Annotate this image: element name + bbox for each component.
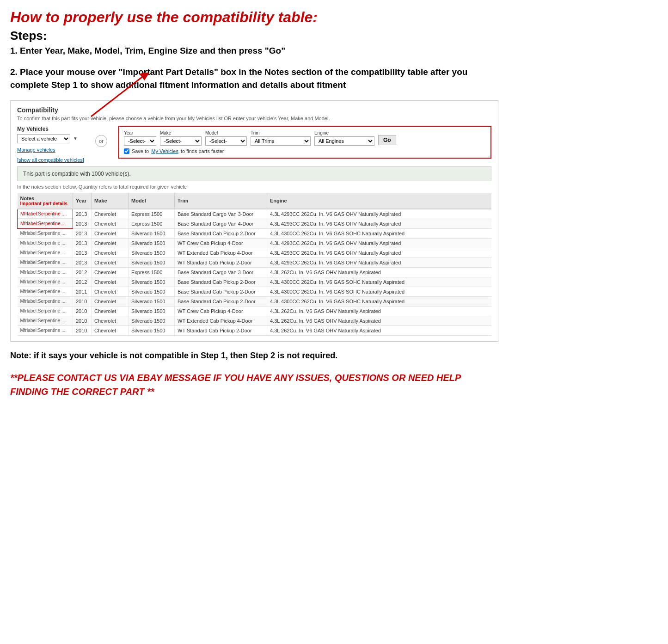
save-link[interactable]: My Vehicles: [151, 148, 178, 154]
save-text: Save to: [132, 148, 149, 154]
model-cell: Express 1500: [129, 267, 175, 277]
make-cell: Chevrolet: [92, 228, 129, 238]
manage-vehicles-link[interactable]: Manage vehicles: [17, 147, 84, 153]
vehicle-select[interactable]: Select a vehicle: [17, 134, 70, 143]
engine-cell: 4.3L 4293CC 262Cu. In. V6 GAS OHV Natura…: [267, 238, 492, 248]
col-header-model: Model: [129, 193, 175, 209]
model-cell: Silverado 1500: [129, 325, 175, 335]
col-header-year: Year: [73, 193, 92, 209]
table-row: Mfrlabel:Serpentine .... 2013 Chevrolet …: [18, 228, 492, 238]
year-select[interactable]: -Select-: [124, 136, 156, 146]
notes-cell: Mfrlabel:Serpentine ....: [18, 277, 73, 287]
engine-col: Engine All Engines: [314, 130, 374, 146]
save-checkbox[interactable]: [124, 148, 129, 154]
model-cell: Silverado 1500: [129, 228, 175, 238]
show-all-link[interactable]: [show all compatible vehicles]: [17, 157, 84, 163]
notes-cell: Mfrlabel:Serpentine ....: [18, 325, 73, 335]
vehicle-select-row: Select a vehicle ▼: [17, 134, 84, 143]
year-cell: 2013: [73, 219, 92, 228]
compat-title: Compatibility: [17, 106, 491, 114]
trim-cell: Base Standard Cargo Van 3-Door: [175, 267, 267, 277]
notes-cell: Mfrlabel:Serpentine....: [18, 219, 73, 228]
engine-cell: 4.3L 262Cu. In. V6 GAS OHV Naturally Asp…: [267, 316, 492, 325]
notes-cell: Mfrlabel:Serpentine ....: [18, 238, 73, 248]
notes-cell: Mfrlabel:Serpentine ....: [18, 316, 73, 325]
go-button[interactable]: Go: [378, 135, 396, 145]
trim-select[interactable]: All Trims: [251, 136, 311, 146]
or-label: or: [95, 135, 107, 147]
model-cell: Silverado 1500: [129, 258, 175, 267]
table-row: Mfrlabel:Serpentine .... 2013 Chevrolet …: [18, 248, 492, 258]
engine-select[interactable]: All Engines: [314, 136, 374, 146]
engine-cell: 4.3L 4293CC 262Cu. In. V6 GAS OHV Natura…: [267, 209, 492, 219]
make-col: Make -Select-: [160, 130, 202, 146]
notes-cell: Mfrlabel:Serpentine ....: [18, 306, 73, 316]
trim-col: Trim All Trims: [251, 130, 311, 146]
col-header-notes: Notes Important part details: [18, 193, 73, 209]
col-header-trim: Trim: [175, 193, 267, 209]
my-vehicles-section: My Vehicles Select a vehicle ▼ Manage ve…: [17, 126, 84, 163]
year-label: Year: [124, 130, 156, 135]
quantity-note: In the notes section below, Quantity ref…: [17, 184, 491, 190]
table-row: Mfrlabel:Serpentine .... 2010 Chevrolet …: [18, 296, 492, 306]
compat-subtitle: To confirm that this part fits your vehi…: [17, 116, 491, 121]
year-cell: 2011: [73, 287, 92, 296]
make-cell: Chevrolet: [92, 277, 129, 287]
contact-section: **PLEASE CONTACT US VIA EBAY MESSAGE IF …: [10, 371, 498, 399]
model-cell: Silverado 1500: [129, 287, 175, 296]
year-cell: 2012: [73, 277, 92, 287]
trim-cell: WT Crew Cab Pickup 4-Door: [175, 306, 267, 316]
notes-cell: Mfrlabel:Serpentine ....: [18, 228, 73, 238]
model-cell: Express 1500: [129, 209, 175, 219]
ymm-row: Year -Select- Make -Select- Model: [124, 130, 486, 146]
notes-cell: Mfrlabel:Serpentine ....: [18, 258, 73, 267]
year-cell: 2013: [73, 228, 92, 238]
engine-label: Engine: [314, 130, 374, 135]
compat-table: Notes Important part details Year Make M…: [17, 193, 491, 336]
compat-box: Compatibility To confirm that this part …: [10, 100, 498, 342]
year-cell: 2012: [73, 267, 92, 277]
year-cell: 2010: [73, 316, 92, 325]
model-cell: Silverado 1500: [129, 277, 175, 287]
step2-text: 2. Place your mouse over "Important Part…: [10, 66, 498, 92]
trim-cell: Base Standard Cargo Van 4-Door: [175, 219, 267, 228]
table-row: Mfrlabel:Serpentine .... 2010 Chevrolet …: [18, 316, 492, 325]
make-select[interactable]: -Select-: [160, 136, 202, 146]
model-label: Model: [205, 130, 247, 135]
year-cell: 2010: [73, 296, 92, 306]
trim-cell: Base Standard Cargo Van 3-Door: [175, 209, 267, 219]
dropdown-arrow-icon: ▼: [73, 136, 78, 141]
table-row: Mfrlabel:Serpentine .... 2013 Chevrolet …: [18, 209, 492, 219]
col-header-notes-sub: Important part details: [20, 201, 70, 206]
make-cell: Chevrolet: [92, 325, 129, 335]
make-cell: Chevrolet: [92, 287, 129, 296]
table-row: Mfrlabel:Serpentine.... 2013 Chevrolet E…: [18, 219, 492, 228]
ymm-form: Year -Select- Make -Select- Model: [118, 126, 491, 159]
year-cell: 2013: [73, 238, 92, 248]
engine-cell: 4.3L 4300CC 262Cu. In. V6 GAS SOHC Natur…: [267, 228, 492, 238]
engine-cell: 4.3L 4293CC 262Cu. In. V6 GAS OHV Natura…: [267, 248, 492, 258]
save-row: Save to My Vehicles to finds parts faste…: [124, 148, 486, 154]
col-header-make: Make: [92, 193, 129, 209]
notes-cell: Mfrlabel:Serpentine ....: [18, 287, 73, 296]
make-cell: Chevrolet: [92, 219, 129, 228]
make-cell: Chevrolet: [92, 267, 129, 277]
compat-form-row: My Vehicles Select a vehicle ▼ Manage ve…: [17, 126, 491, 163]
make-cell: Chevrolet: [92, 296, 129, 306]
model-select[interactable]: -Select-: [205, 136, 247, 146]
make-cell: Chevrolet: [92, 238, 129, 248]
table-row: Mfrlabel:Serpentine .... 2013 Chevrolet …: [18, 238, 492, 248]
notes-cell: Mfrlabel:Serpentine ....: [18, 296, 73, 306]
trim-cell: WT Standard Cab Pickup 2-Door: [175, 325, 267, 335]
engine-cell: 4.3L 262Cu. In. V6 GAS OHV Naturally Asp…: [267, 306, 492, 316]
trim-cell: Base Standard Cab Pickup 2-Door: [175, 287, 267, 296]
col-header-engine: Engine: [267, 193, 492, 209]
model-cell: Silverado 1500: [129, 248, 175, 258]
trim-cell: WT Standard Cab Pickup 2-Door: [175, 258, 267, 267]
make-cell: Chevrolet: [92, 248, 129, 258]
make-cell: Chevrolet: [92, 316, 129, 325]
model-cell: Silverado 1500: [129, 306, 175, 316]
steps-label: Steps:: [10, 29, 498, 43]
make-cell: Chevrolet: [92, 209, 129, 219]
my-vehicles-label: My Vehicles: [17, 126, 84, 132]
